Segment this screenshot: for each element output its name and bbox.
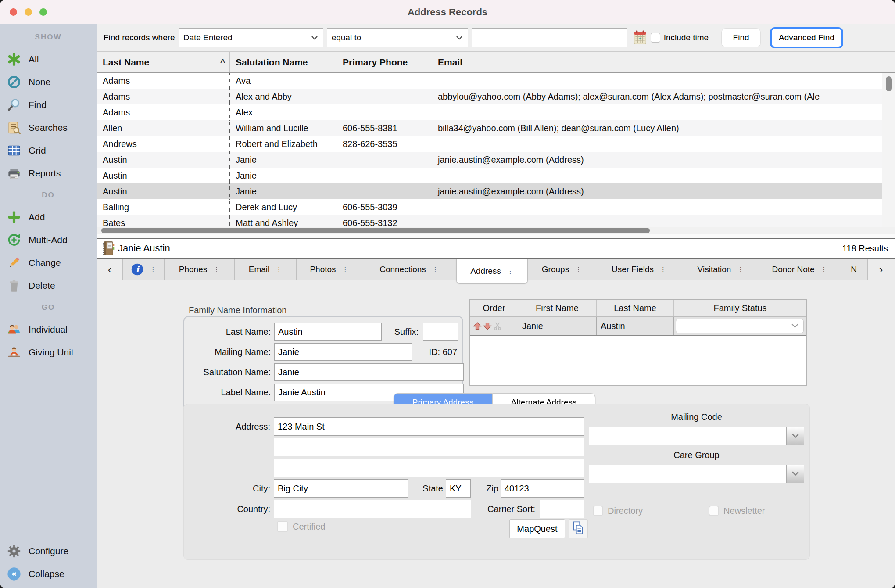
care-group-dropdown[interactable] [589, 465, 804, 483]
carrier-sort-field[interactable] [540, 500, 584, 518]
directory-checkbox[interactable] [593, 506, 603, 516]
tab-more-menu[interactable]: ⋮ [342, 265, 349, 273]
sidebar-item-add[interactable]: Add [0, 206, 97, 229]
sidebar-item-reports[interactable]: Reports [0, 162, 97, 185]
copy-address-button[interactable] [569, 519, 588, 538]
table-row[interactable]: BallingDerek and Lucy606-555-3039 [97, 199, 882, 215]
tab-phones[interactable]: Phones⋮ [165, 259, 235, 280]
find-operator-dropdown[interactable]: equal to [327, 28, 468, 47]
members-column-header-order: Order [470, 300, 518, 316]
tab-scroll-right-button[interactable]: › [868, 259, 894, 280]
tab-more-menu[interactable]: ⋮ [507, 267, 514, 275]
family-member-row[interactable]: Janie Austin [470, 317, 806, 336]
tab-donor-note[interactable]: Donor Note⋮ [759, 259, 840, 280]
tab-info[interactable]: i⋮ [123, 259, 165, 280]
horizontal-scrollbar-thumb[interactable] [101, 228, 650, 233]
tab-visitation[interactable]: Visitation⋮ [682, 259, 759, 280]
tab-label: Donor Note [772, 265, 814, 274]
care-group-chevron-button[interactable] [786, 465, 804, 483]
vertical-scrollbar-thumb[interactable] [886, 76, 892, 91]
cell-primary-phone [337, 73, 432, 89]
sidebar-item-delete[interactable]: Delete [0, 274, 97, 297]
column-header-salutation-name[interactable]: Salutation Name [230, 52, 337, 72]
tab-more-menu[interactable]: ⋮ [575, 265, 582, 273]
mailing-code-chevron-button[interactable] [786, 427, 804, 445]
address-line3-field[interactable] [274, 459, 584, 477]
tab-scroll-left-button[interactable]: ‹ [97, 259, 123, 280]
column-header-primary-phone[interactable]: Primary Phone [337, 52, 432, 72]
table-row[interactable]: AdamsAva [97, 73, 882, 89]
column-header-email[interactable]: Email [432, 52, 895, 72]
mapquest-button[interactable]: MapQuest [509, 519, 565, 538]
tab-more-menu[interactable]: ⋮ [737, 265, 744, 273]
salutation-name-field[interactable] [274, 363, 464, 381]
cell-last-name: Adams [97, 104, 230, 120]
tab-more-menu[interactable]: ⋮ [150, 265, 157, 273]
tab-more-menu[interactable]: ⋮ [821, 265, 827, 273]
find-value-input[interactable] [472, 28, 627, 47]
tab-photos[interactable]: Photos⋮ [297, 259, 362, 280]
sidebar-item-change[interactable]: Change [0, 251, 97, 274]
tab-more-menu[interactable]: ⋮ [276, 265, 282, 273]
column-header-last-name[interactable]: Last Name^ [97, 52, 230, 72]
sidebar-item-giving-unit[interactable]: Giving Unit [0, 341, 97, 364]
tab-user-fields[interactable]: User Fields⋮ [596, 259, 682, 280]
tab-more-menu[interactable]: ⋮ [213, 265, 220, 273]
certified-checkbox[interactable] [277, 521, 288, 532]
move-up-button[interactable] [473, 322, 482, 330]
table-row[interactable]: AllenWilliam and Lucille606-555-8381bill… [97, 120, 882, 136]
sidebar-item-find[interactable]: Find [0, 93, 97, 116]
newsletter-checkbox[interactable] [709, 506, 719, 516]
address-line2-field[interactable] [274, 438, 584, 456]
sidebar-item-all[interactable]: All [0, 48, 97, 71]
tab-more-menu[interactable]: ⋮ [432, 265, 439, 273]
member-first-name[interactable]: Janie [518, 317, 597, 335]
tab-n[interactable]: N [840, 259, 868, 280]
table-row[interactable]: AndrewsRobert and Elizabeth828-626-3535 [97, 136, 882, 152]
table-row[interactable]: AustinJaniejanie.austin@example.com (Add… [97, 152, 882, 168]
sidebar-item-label: Reports [29, 168, 61, 179]
family-status-chevron-button[interactable] [788, 321, 802, 331]
sidebar-item-collapse[interactable]: «Collapse [0, 563, 97, 585]
member-last-name[interactable]: Austin [597, 317, 674, 335]
vertical-scrollbar[interactable] [882, 73, 895, 227]
tab-email[interactable]: Email⋮ [235, 259, 297, 280]
cut-member-button[interactable] [493, 322, 502, 330]
tab-groups[interactable]: Groups⋮ [528, 259, 596, 280]
table-row[interactable]: BatesMatt and Ashley606-555-3132 [97, 215, 882, 227]
sidebar-item-configure[interactable]: Configure [0, 540, 97, 563]
find-button[interactable]: Find [722, 29, 760, 47]
table-row[interactable]: AustinJanie [97, 168, 882, 183]
advanced-find-button[interactable]: Advanced Find [770, 27, 843, 48]
find-field-dropdown[interactable]: Date Entered [179, 28, 323, 47]
include-time-checkbox[interactable] [651, 33, 660, 43]
sidebar-item-multi-add[interactable]: Multi-Add [0, 229, 97, 251]
move-down-button[interactable] [483, 322, 492, 330]
tab-address[interactable]: Address⋮ [456, 259, 528, 283]
family-status-dropdown[interactable] [676, 319, 804, 333]
horizontal-scrollbar[interactable] [97, 227, 895, 234]
calendar-icon[interactable] [633, 29, 647, 46]
mailing-code-label: Mailing Code [589, 412, 804, 422]
mailing-name-field[interactable] [274, 343, 412, 361]
table-row[interactable]: AdamsAlex and Abbyabbylou@yahoo.com (Abb… [97, 89, 882, 104]
address-line1-field[interactable] [274, 417, 584, 436]
sidebar-item-none[interactable]: None [0, 71, 97, 93]
zip-field[interactable] [501, 479, 584, 498]
tab-more-menu[interactable]: ⋮ [660, 265, 666, 273]
table-row[interactable]: AustinJaniejanie.austin@example.com (Add… [97, 183, 882, 199]
sidebar-item-searches[interactable]: Searches [0, 116, 97, 139]
city-field[interactable] [274, 479, 408, 498]
suffix-field[interactable] [423, 323, 458, 341]
mailing-code-dropdown[interactable] [589, 427, 804, 445]
results-count: 118 Results [842, 244, 888, 254]
table-row[interactable]: AdamsAlex [97, 104, 882, 120]
sidebar-item-grid[interactable]: Grid [0, 139, 97, 162]
sidebar-section-header-go: GO [0, 297, 97, 318]
tab-connections[interactable]: Connections⋮ [362, 259, 456, 280]
last-name-field[interactable] [274, 323, 382, 341]
state-field[interactable] [446, 479, 471, 498]
cell-last-name: Austin [97, 152, 230, 168]
sidebar-item-individual[interactable]: Individual [0, 318, 97, 341]
country-field[interactable] [274, 500, 471, 518]
